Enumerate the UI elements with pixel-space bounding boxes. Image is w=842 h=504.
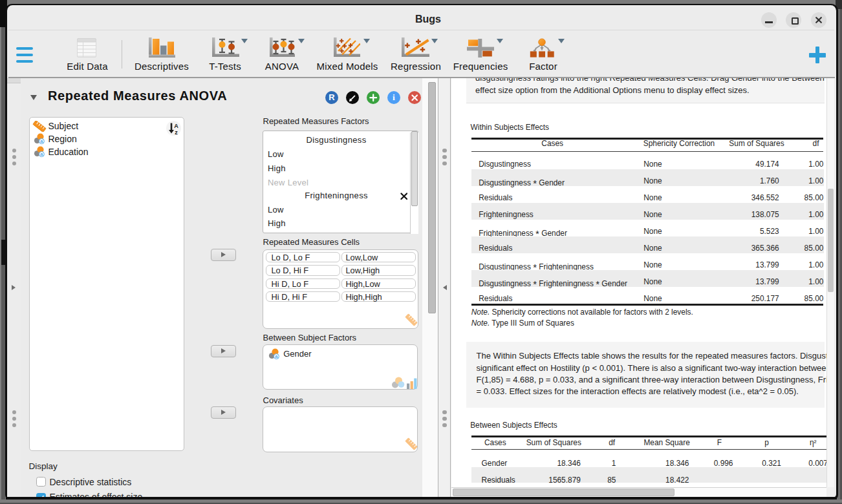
svg-text:A: A bbox=[174, 123, 178, 129]
svg-text:z: z bbox=[175, 129, 178, 136]
